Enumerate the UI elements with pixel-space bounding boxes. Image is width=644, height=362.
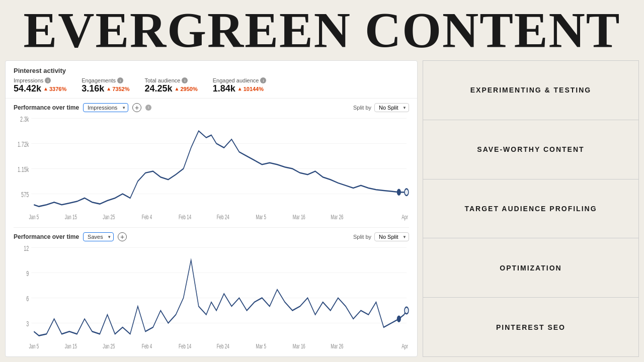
- svg-text:Mar 16: Mar 16: [293, 213, 305, 221]
- chart1-header-left: Performance over time Impressions + i: [14, 103, 151, 112]
- svg-text:6: 6: [26, 295, 29, 303]
- chart1-split-by: Split by No Split: [353, 103, 409, 112]
- impressions-label: Impressions i: [14, 77, 66, 83]
- activity-title: Pinterest activity: [14, 67, 409, 74]
- chart2-metric-select[interactable]: Saves: [83, 232, 114, 241]
- chart2-header: Performance over time Saves + Split by N…: [14, 232, 409, 241]
- engaged-audience-value: 1.84k ▲10144%: [213, 83, 267, 94]
- svg-text:Jan 5: Jan 5: [29, 213, 39, 221]
- svg-text:Jan 25: Jan 25: [103, 213, 115, 221]
- nav-item-pinterest-seo-label: PINTEREST SEO: [496, 323, 566, 331]
- chart2-title: Performance over time: [14, 233, 79, 240]
- chart1-svg: 2.3k 1.72k 1.15k 575 Jan 5 Jan 15 Jan 25…: [14, 114, 409, 223]
- impressions-value: 54.42k ▲3376%: [14, 83, 66, 94]
- chart1-header: Performance over time Impressions + i Sp…: [14, 103, 409, 112]
- chart1-split-wrapper: No Split: [374, 103, 409, 112]
- chart2-section: Performance over time Saves + Split by N…: [6, 228, 417, 356]
- engagements-label: Engagements i: [82, 77, 129, 83]
- svg-text:Jan 25: Jan 25: [103, 342, 115, 350]
- svg-text:2.3k: 2.3k: [20, 115, 29, 124]
- engagements-value: 3.16k ▲7352%: [82, 83, 129, 94]
- svg-point-9: [405, 189, 409, 196]
- nav-item-experimenting[interactable]: EXPERIMENTING & TESTING: [423, 61, 638, 120]
- svg-text:575: 575: [21, 191, 29, 199]
- chart1-split-label: Split by: [353, 105, 371, 111]
- chart2-header-left: Performance over time Saves +: [14, 232, 127, 241]
- chart1-title: Performance over time: [14, 104, 79, 111]
- chart2-svg: 12 9 6 3 Jan 5 Jan 15 Jan 25 Feb 4 Feb 1…: [14, 243, 409, 352]
- metric-impressions: Impressions i 54.42k ▲3376%: [14, 77, 66, 94]
- svg-text:Apr 5: Apr 5: [401, 342, 409, 350]
- svg-point-28: [397, 316, 401, 322]
- svg-text:Feb 14: Feb 14: [179, 213, 191, 221]
- engaged-audience-change: ▲10144%: [237, 86, 264, 92]
- chart1-add-metric-button[interactable]: +: [132, 103, 141, 112]
- engaged-audience-info-icon: i: [260, 77, 266, 83]
- svg-text:Mar 26: Mar 26: [331, 342, 343, 350]
- chart1-section: Performance over time Impressions + i Sp…: [6, 99, 417, 227]
- svg-text:Mar 26: Mar 26: [331, 213, 343, 221]
- svg-text:Feb 4: Feb 4: [142, 342, 152, 350]
- impressions-change: ▲3376%: [43, 86, 66, 92]
- svg-point-29: [405, 307, 409, 314]
- nav-item-save-worthy[interactable]: SAVE-WORTHY CONTENT: [423, 120, 638, 179]
- analytics-panel: Pinterest activity Impressions i 54.42k …: [5, 60, 418, 357]
- engagements-info-icon: i: [117, 77, 123, 83]
- chart1-container: 2.3k 1.72k 1.15k 575 Jan 5 Jan 15 Jan 25…: [14, 114, 409, 223]
- svg-point-8: [397, 189, 401, 196]
- metrics-row: Impressions i 54.42k ▲3376% Engagements …: [14, 77, 409, 94]
- chart2-container: 12 9 6 3 Jan 5 Jan 15 Jan 25 Feb 4 Feb 1…: [14, 243, 409, 352]
- pinterest-activity: Pinterest activity Impressions i 54.42k …: [6, 61, 417, 99]
- svg-text:12: 12: [24, 244, 29, 253]
- svg-text:Jan 5: Jan 5: [29, 342, 39, 350]
- engagements-change: ▲7352%: [106, 86, 129, 92]
- total-audience-change: ▲2950%: [175, 86, 198, 92]
- nav-item-experimenting-label: EXPERIMENTING & TESTING: [470, 86, 591, 94]
- page-title: EVERGREEN CONTENT: [0, 0, 644, 58]
- metric-engagements: Engagements i 3.16k ▲7352%: [82, 77, 129, 94]
- main-content: Pinterest activity Impressions i 54.42k …: [0, 58, 644, 362]
- metric-total-audience: Total audience i 24.25k ▲2950%: [144, 77, 197, 94]
- svg-text:Feb 24: Feb 24: [217, 342, 229, 350]
- chart2-split-wrapper: No Split: [374, 232, 409, 241]
- chart1-split-select[interactable]: No Split: [374, 103, 409, 112]
- svg-text:Feb 14: Feb 14: [179, 342, 191, 350]
- nav-item-save-worthy-label: SAVE-WORTHY CONTENT: [477, 145, 584, 153]
- nav-item-pinterest-seo[interactable]: PINTEREST SEO: [423, 298, 638, 356]
- total-audience-value: 24.25k ▲2950%: [144, 83, 197, 94]
- svg-text:Feb 24: Feb 24: [217, 213, 229, 221]
- svg-text:Mar 5: Mar 5: [256, 213, 266, 221]
- chart2-split-label: Split by: [353, 234, 371, 240]
- engaged-audience-label: Engaged audience i: [213, 77, 267, 83]
- nav-item-target-audience-label: TARGET AUDIENCE PROFILING: [464, 205, 597, 213]
- nav-item-target-audience[interactable]: TARGET AUDIENCE PROFILING: [423, 179, 638, 239]
- svg-text:Jan 15: Jan 15: [65, 213, 77, 221]
- svg-text:Feb 4: Feb 4: [142, 213, 152, 221]
- total-audience-info-icon: i: [182, 77, 188, 83]
- svg-text:Mar 16: Mar 16: [293, 342, 305, 350]
- svg-text:3: 3: [26, 320, 29, 328]
- svg-text:9: 9: [26, 269, 29, 278]
- chart2-split-select[interactable]: No Split: [374, 232, 409, 241]
- chart1-info-icon: i: [145, 105, 151, 111]
- impressions-info-icon: i: [45, 77, 51, 83]
- nav-item-optimization-label: OPTIMIZATION: [500, 264, 561, 272]
- chart2-split-by: Split by No Split: [353, 232, 409, 241]
- svg-text:Mar 5: Mar 5: [256, 342, 266, 350]
- svg-text:Apr 5: Apr 5: [401, 213, 409, 221]
- nav-panel: EXPERIMENTING & TESTING SAVE-WORTHY CONT…: [423, 60, 639, 357]
- total-audience-label: Total audience i: [144, 77, 197, 83]
- metric-engaged-audience: Engaged audience i 1.84k ▲10144%: [213, 77, 267, 94]
- chart1-metric-select[interactable]: Impressions: [83, 103, 128, 112]
- chart2-add-metric-button[interactable]: +: [118, 232, 127, 241]
- chart1-metric-wrapper: Impressions: [83, 103, 128, 112]
- chart2-metric-wrapper: Saves: [83, 232, 114, 241]
- nav-item-optimization[interactable]: OPTIMIZATION: [423, 238, 638, 298]
- svg-text:Jan 15: Jan 15: [65, 342, 77, 350]
- svg-text:1.72k: 1.72k: [18, 140, 29, 149]
- svg-text:1.15k: 1.15k: [18, 165, 29, 174]
